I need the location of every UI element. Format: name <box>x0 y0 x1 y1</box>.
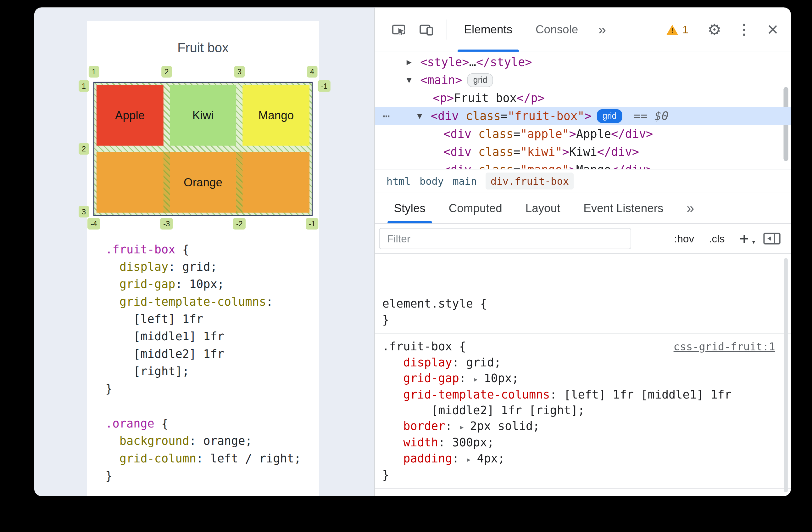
grid-line-number: -1 <box>318 80 331 92</box>
tab-styles[interactable]: Styles <box>382 193 437 224</box>
more-tabs-icon[interactable]: » <box>590 22 614 38</box>
breadcrumb-item[interactable]: div.fruit-box <box>486 172 574 190</box>
dom-row[interactable]: ▶<style>…</style> <box>375 53 791 71</box>
style-line[interactable]: div {user agent stylesheet <box>382 494 791 496</box>
css-code-block: .fruit-box { display: grid; grid-gap: 10… <box>105 241 301 485</box>
dom-row[interactable]: <div class="apple">Apple</div> <box>375 125 791 143</box>
rule-divider <box>375 488 791 489</box>
tab-computed[interactable]: Computed <box>437 193 514 224</box>
row-menu-icon[interactable]: ⋯ <box>383 107 390 125</box>
grid-cell-mango: Mango <box>243 85 309 146</box>
dom-tree: ▶<style>…</style>▼<main>grid<p>Fruit box… <box>375 52 791 169</box>
menu-icon[interactable]: ⋮ <box>737 22 751 37</box>
code-line: } <box>105 467 301 485</box>
grid-line-number: -4 <box>87 218 100 229</box>
tab-event-listeners[interactable]: Event Listeners <box>572 193 675 224</box>
filter-input[interactable] <box>379 228 631 249</box>
breadcrumb-item[interactable]: body <box>420 175 444 187</box>
grid-line-number: 2 <box>161 66 172 78</box>
settings-icon[interactable]: ⚙ <box>708 22 722 38</box>
warning-count: 1 <box>682 23 689 36</box>
page-pane: Fruit box AppleKiwiMangoOrange 1234-4-3-… <box>34 7 374 496</box>
screenshot-stage: Fruit box AppleKiwiMangoOrange 1234-4-3-… <box>0 0 812 532</box>
dom-row[interactable]: <p>Fruit box</p> <box>375 89 791 107</box>
dom-row[interactable]: ▼<main>grid <box>375 71 791 89</box>
more-tabs-icon[interactable]: » <box>675 193 706 224</box>
dom-row[interactable]: ⋯▼<div class="fruit-box">grid == $0 <box>375 107 791 125</box>
code-line: [middle1] 1fr <box>105 328 301 345</box>
grid-line-number: 2 <box>78 143 89 155</box>
grid-line-overlay <box>163 152 170 213</box>
code-line: [left] 1fr <box>105 310 301 328</box>
styles-filter-bar: :hov .cls +▾ <box>375 224 791 254</box>
grid-cell-apple: Apple <box>97 85 163 146</box>
code-line: background: orange; <box>105 432 301 449</box>
code-line: .fruit-box { <box>105 241 301 258</box>
grid-line-number: 3 <box>78 206 89 218</box>
style-line[interactable]: display: grid; <box>382 355 791 370</box>
devtools-tabs: ElementsConsole <box>452 7 590 52</box>
tab-elements[interactable]: Elements <box>452 7 524 52</box>
page-title: Fruit box <box>87 21 319 55</box>
breadcrumb: htmlbodymaindiv.fruit-box <box>375 169 791 193</box>
new-style-rule-button[interactable]: +▾ <box>739 229 749 248</box>
grid-cell-orange: Orange <box>97 152 309 213</box>
devtools-panel: ElementsConsole » 1 ⚙ ⋮ × ▶<style>…</sty… <box>374 7 791 496</box>
toolbar-separator <box>447 19 447 40</box>
style-line[interactable]: } <box>382 467 791 483</box>
grid-line-number: -1 <box>306 218 319 229</box>
code-line: [middle2] 1fr <box>105 345 301 363</box>
warning-icon <box>667 25 678 34</box>
grid-line-number: 1 <box>78 80 89 92</box>
tab-console[interactable]: Console <box>524 7 590 52</box>
code-line: display: grid; <box>105 258 301 276</box>
chevron-down-icon: ▾ <box>752 239 755 246</box>
style-line[interactable]: border: ▸ 2px solid; <box>382 419 791 435</box>
sidebar-tabs: StylesComputedLayoutEvent Listeners» <box>375 193 791 224</box>
issues-button[interactable]: 1 <box>667 23 689 36</box>
style-line[interactable]: grid-template-columns: [left] 1fr [middl… <box>382 387 791 403</box>
fruit-box-grid: AppleKiwiMangoOrange 1234-4-3-2-1123-1 <box>93 82 313 216</box>
grid-cell-kiwi: Kiwi <box>170 85 236 146</box>
toggle-sidebar-icon[interactable] <box>762 231 781 246</box>
dom-row[interactable]: <div class="mango">Mango</div> <box>375 161 791 169</box>
grid-line-number: -3 <box>160 218 173 229</box>
code-line: grid-gap: 10px; <box>105 276 301 293</box>
plus-icon: + <box>739 229 749 247</box>
code-line <box>105 397 301 415</box>
inspect-icon[interactable] <box>391 22 406 38</box>
style-line[interactable]: element.style { <box>382 296 791 312</box>
code-line: [right]; <box>105 363 301 380</box>
close-icon[interactable]: × <box>767 20 778 39</box>
rule-source[interactable]: css-grid-fruit:1 <box>673 339 775 354</box>
rule-divider <box>375 333 791 334</box>
toggle-hover-button[interactable]: :hov <box>674 233 694 245</box>
grid-line-number: -2 <box>233 218 246 229</box>
page-content: Fruit box AppleKiwiMangoOrange 1234-4-3-… <box>87 21 319 496</box>
breadcrumb-item[interactable]: main <box>452 175 477 187</box>
style-line[interactable]: } <box>382 312 791 328</box>
grid-line-number: 1 <box>89 66 99 78</box>
style-line[interactable]: padding: ▸ 4px; <box>382 451 791 467</box>
grid-cells: AppleKiwiMangoOrange <box>95 83 311 215</box>
grid-line-overlay <box>236 152 243 213</box>
rule-source[interactable]: user agent stylesheet <box>642 494 775 496</box>
browser-window: Fruit box AppleKiwiMangoOrange 1234-4-3-… <box>34 7 791 496</box>
device-toolbar-icon[interactable] <box>418 22 434 38</box>
code-line: .orange { <box>105 415 301 432</box>
style-line[interactable]: [middle2] 1fr [right]; <box>382 403 791 418</box>
code-line: grid-template-columns: <box>105 293 301 310</box>
style-line[interactable]: width: 300px; <box>382 435 791 451</box>
styles-pane: element.style {}.fruit-box {css-grid-fru… <box>375 254 791 496</box>
code-line: } <box>105 380 301 397</box>
grid-line-number: 3 <box>234 66 245 78</box>
code-line: grid-column: left / right; <box>105 449 301 467</box>
dom-row[interactable]: <div class="kiwi">Kiwi</div> <box>375 143 791 161</box>
breadcrumb-item[interactable]: html <box>387 175 411 187</box>
tab-layout[interactable]: Layout <box>514 193 572 224</box>
devtools-toolbar: ElementsConsole » 1 ⚙ ⋮ × <box>375 7 791 52</box>
style-line[interactable]: .fruit-box {css-grid-fruit:1 <box>382 339 791 354</box>
grid-line-number: 4 <box>307 66 317 78</box>
toggle-classes-button[interactable]: .cls <box>709 233 725 245</box>
style-line[interactable]: grid-gap: ▸ 10px; <box>382 370 791 387</box>
